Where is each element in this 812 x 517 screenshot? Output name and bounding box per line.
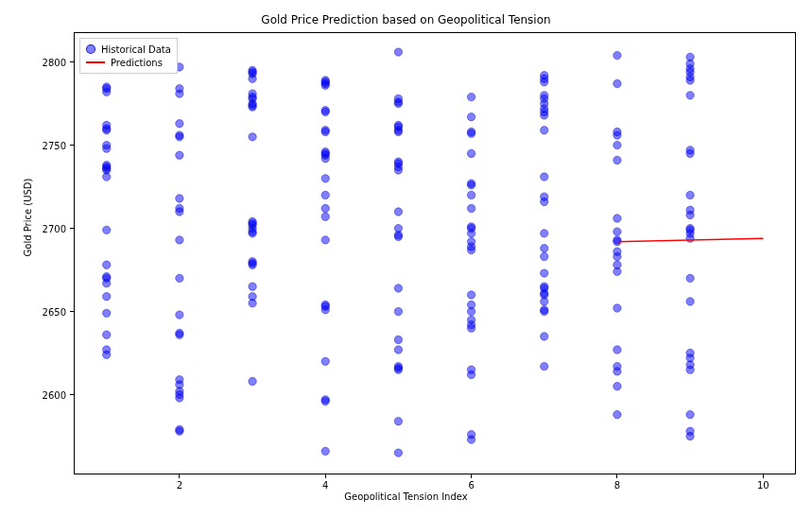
- scatter-point: [249, 258, 256, 266]
- scatter-point: [613, 410, 621, 418]
- chart-figure: Gold Price Prediction based on Geopoliti…: [0, 0, 812, 517]
- scatter-point: [394, 449, 402, 457]
- scatter-point: [541, 283, 548, 290]
- x-tick-mark: [179, 474, 180, 478]
- scatter-point: [686, 191, 694, 198]
- scatter-point: [103, 331, 111, 338]
- scatter-point: [176, 151, 183, 159]
- scatter-point: [613, 156, 621, 164]
- x-tick-label: 8: [614, 480, 620, 491]
- scatter-point: [394, 224, 402, 232]
- scatter-point: [103, 346, 111, 353]
- scatter-point: [541, 127, 548, 134]
- scatter-point: [613, 304, 621, 312]
- scatter-point: [541, 230, 548, 237]
- legend: Historical DataPredictions: [79, 38, 178, 74]
- scatter-point: [321, 191, 329, 198]
- scatter-point: [541, 72, 548, 79]
- scatter-point: [541, 252, 548, 260]
- plot-svg: [74, 32, 796, 474]
- scatter-point: [613, 79, 621, 87]
- y-tick-label: 2650: [38, 306, 66, 317]
- x-axis-label: Geopolitical Tension Index: [0, 491, 812, 502]
- x-tick-mark: [471, 474, 472, 478]
- scatter-point: [541, 173, 548, 181]
- scatter-point: [467, 180, 475, 187]
- scatter-point: [686, 410, 694, 418]
- scatter-point: [467, 149, 475, 157]
- scatter-point: [176, 195, 183, 202]
- scatter-point: [103, 162, 111, 169]
- scatter-point: [613, 383, 621, 390]
- legend-historical-label: Historical Data: [101, 44, 171, 55]
- x-tick-mark: [616, 474, 617, 478]
- scatter-point: [613, 362, 621, 370]
- chart-title: Gold Price Prediction based on Geopoliti…: [0, 13, 812, 26]
- scatter-point: [321, 127, 329, 134]
- scatter-point: [541, 245, 548, 252]
- legend-predictions-label: Predictions: [111, 58, 163, 68]
- scatter-point: [321, 147, 329, 155]
- x-tick-mark: [325, 474, 326, 478]
- scatter-point: [103, 141, 111, 148]
- scatter-point: [249, 133, 256, 141]
- scatter-point: [686, 53, 694, 60]
- scatter-point: [467, 93, 475, 100]
- scatter-point: [467, 113, 475, 121]
- scatter-point: [249, 293, 256, 301]
- scatter-point: [249, 377, 256, 385]
- scatter-point: [321, 106, 329, 113]
- scatter-point: [467, 191, 475, 198]
- scatter-point: [103, 272, 111, 280]
- scatter-point: [467, 301, 475, 308]
- scatter-point: [321, 175, 329, 182]
- scatter-point: [321, 213, 329, 220]
- scatter-point: [321, 357, 329, 365]
- y-tick-label: 2600: [38, 389, 66, 400]
- scatter-point: [541, 269, 548, 277]
- scatter-point: [613, 141, 621, 148]
- scatter-point: [321, 301, 329, 308]
- scatter-point: [394, 362, 402, 370]
- scatter-point: [613, 236, 621, 244]
- scatter-point: [541, 333, 548, 340]
- scatter-point: [467, 237, 475, 245]
- scatter-point: [467, 128, 475, 135]
- scatter-point: [613, 346, 621, 353]
- scatter-point: [613, 228, 621, 235]
- scatter-point: [541, 92, 548, 99]
- scatter-point: [176, 425, 183, 433]
- y-axis-label: Gold Price (USD): [23, 123, 33, 312]
- scatter-point: [394, 48, 402, 56]
- scatter-point: [321, 77, 329, 84]
- scatter-point: [613, 248, 621, 255]
- scatter-point: [176, 329, 183, 336]
- scatter-point: [613, 261, 621, 268]
- scatter-point: [394, 158, 402, 165]
- scatter-point: [394, 284, 402, 292]
- line-icon: [86, 61, 105, 63]
- scatter-icon: [86, 44, 95, 54]
- scatter-point: [249, 217, 256, 225]
- scatter-point: [686, 298, 694, 305]
- scatter-point: [249, 283, 256, 290]
- scatter-point: [686, 274, 694, 282]
- scatter-point: [467, 291, 475, 299]
- scatter-point: [613, 51, 621, 59]
- legend-historical: Historical Data: [86, 43, 171, 56]
- scatter-point: [103, 293, 111, 301]
- x-tick-label: 10: [757, 480, 769, 491]
- scatter-point: [176, 236, 183, 244]
- scatter-point: [394, 121, 402, 129]
- scatter-point: [249, 66, 256, 74]
- scatter-point: [103, 83, 111, 91]
- scatter-point: [249, 90, 256, 97]
- scatter-point: [103, 121, 111, 129]
- scatter-point: [686, 92, 694, 99]
- scatter-point: [321, 447, 329, 455]
- scatter-point: [686, 146, 694, 154]
- scatter-point: [686, 349, 694, 356]
- scatter-point: [467, 204, 475, 212]
- scatter-point: [613, 215, 621, 222]
- scatter-point: [541, 306, 548, 314]
